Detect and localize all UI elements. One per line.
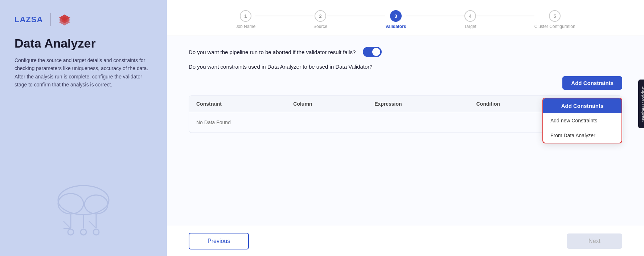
svg-point-5 <box>85 195 108 214</box>
svg-line-12 <box>63 221 71 228</box>
sidebar-illustration <box>44 175 123 241</box>
connector-4-5 <box>476 16 534 16</box>
step-circle-5: 5 <box>549 10 561 22</box>
next-button: Next <box>567 233 622 249</box>
dropdown-option-new-constraints[interactable]: Add new Constraints <box>543 113 622 128</box>
connector-2-3 <box>327 16 385 16</box>
question-1-row: Do you want the pipeline run to be abort… <box>189 47 622 57</box>
col-header-constraint: Constraint <box>189 96 286 112</box>
dropdown-option-from-analyzer[interactable]: From Data Analyzer <box>543 128 622 143</box>
svg-line-14 <box>89 221 96 228</box>
logo-text: LAZSA <box>15 15 43 24</box>
sidebar: LAZSA Data Analyzer Configure the source… <box>0 0 167 256</box>
dropdown-header: Add Constraints <box>543 98 622 113</box>
support-request-tab[interactable]: Support Request <box>639 80 644 128</box>
step-label-4: Target <box>464 24 476 29</box>
abort-toggle[interactable] <box>363 47 382 57</box>
step-circle-3: 3 <box>390 10 402 22</box>
content-area: Do you want the pipeline run to be abort… <box>167 36 644 226</box>
svg-point-10 <box>81 229 86 235</box>
main-content: 1 Job Name 2 Source 3 Validators 4 Targe… <box>167 0 644 256</box>
svg-point-3 <box>58 186 109 215</box>
add-constraints-button[interactable]: Add Constraints <box>562 76 622 90</box>
connector-1-2 <box>255 16 313 16</box>
svg-point-9 <box>68 229 74 235</box>
col-header-expression: Expression <box>367 96 469 112</box>
step-circle-1: 1 <box>240 10 251 22</box>
constraints-header: Add Constraints <box>189 76 622 90</box>
footer: Previous Next <box>167 226 644 256</box>
logo-icon <box>58 13 71 26</box>
connector-3-4 <box>406 16 464 16</box>
step-label-5: Cluster Configuration <box>534 24 575 29</box>
add-constraints-dropdown: Add Constraints Add new Constraints From… <box>542 98 622 143</box>
svg-point-4 <box>58 194 83 214</box>
question-2-row: Do you want constraints used in Data Ana… <box>189 64 622 70</box>
col-header-column: Column <box>286 96 367 112</box>
step-label-3: Validators <box>385 24 406 29</box>
toggle-slider-1 <box>363 47 382 57</box>
sidebar-title: Data Analyzer <box>15 36 152 50</box>
step-label-1: Job Name <box>235 24 255 29</box>
step-source: 2 Source <box>313 10 327 29</box>
logo-divider <box>50 13 51 26</box>
sidebar-description: Configure the source and target details … <box>15 56 152 89</box>
sidebar-logo: LAZSA <box>15 13 152 26</box>
step-target: 4 Target <box>464 10 476 29</box>
stepper: 1 Job Name 2 Source 3 Validators 4 Targe… <box>167 0 644 36</box>
question-2-text: Do you want constraints used in Data Ana… <box>189 64 373 70</box>
question-1-text: Do you want the pipeline run to be abort… <box>189 49 356 55</box>
svg-point-11 <box>93 229 99 235</box>
step-validators: 3 Validators <box>385 10 406 29</box>
step-cluster-config: 5 Cluster Configuration <box>534 10 575 29</box>
step-label-2: Source <box>313 24 327 29</box>
step-circle-4: 4 <box>464 10 476 22</box>
previous-button[interactable]: Previous <box>189 233 249 249</box>
step-circle-2: 2 <box>315 10 326 22</box>
step-job-name: 1 Job Name <box>235 10 255 29</box>
